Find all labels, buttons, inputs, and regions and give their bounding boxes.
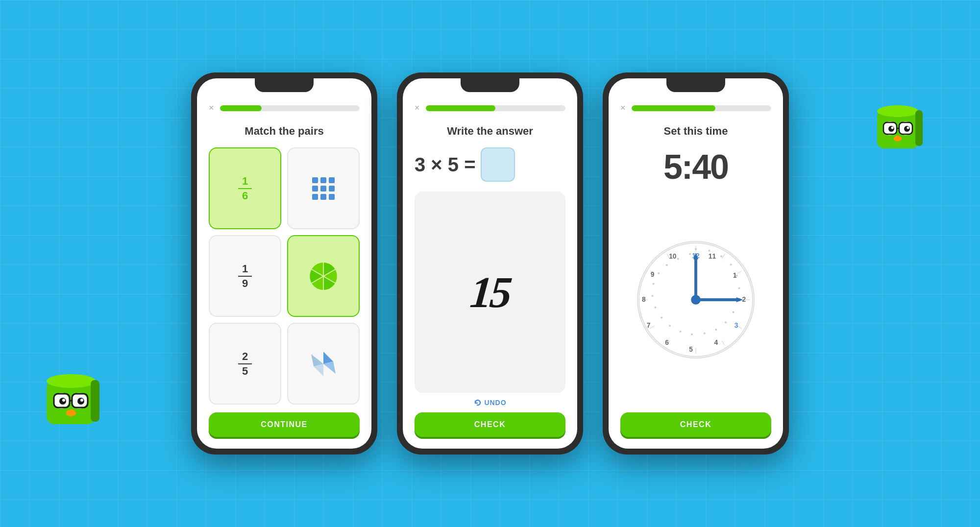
duolingo-cube-left-svg (39, 365, 103, 429)
undo-button[interactable]: UNDO (415, 399, 565, 407)
fraction-2-5: 2 5 (238, 351, 252, 377)
svg-point-81 (888, 126, 894, 132)
svg-point-83 (891, 127, 894, 129)
progress-bar-bg-2 (426, 105, 565, 111)
top-bar-2: × (415, 103, 565, 113)
svg-point-35 (654, 306, 656, 308)
pair-card-fraction-1-6[interactable]: 1 6 (209, 147, 281, 229)
close-button-1[interactable]: × (209, 103, 214, 113)
screen-3-title: Set this time (620, 125, 771, 138)
handwritten-answer: 15 (468, 267, 512, 317)
screen-3-content: × Set this time 5:40 (609, 78, 783, 449)
dot (312, 177, 318, 183)
clock-container: 12 1 2 3 4 5 6 7 8 9 10 11 (620, 194, 771, 405)
undo-label: UNDO (484, 399, 506, 407)
svg-point-71 (80, 399, 83, 402)
duolingo-cube-right-svg (872, 98, 926, 152)
svg-rect-75 (915, 110, 923, 146)
phone-1-screen: × Match the pairs 1 6 (197, 78, 371, 449)
svg-text:3: 3 (735, 322, 738, 329)
top-bar-3: × (620, 103, 771, 113)
svg-point-22 (720, 255, 722, 257)
phone-3-screen: × Set this time 5:40 (609, 78, 783, 449)
dot (329, 177, 335, 183)
phone-3: × Set this time 5:40 (603, 72, 789, 455)
svg-text:1: 1 (733, 271, 737, 279)
kite-icon (309, 349, 338, 379)
svg-point-23 (730, 264, 732, 265)
svg-point-20 (695, 248, 697, 250)
svg-point-29 (715, 329, 717, 331)
screen-1-title: Match the pairs (209, 125, 360, 138)
svg-point-31 (691, 333, 693, 335)
fraction-1-6: 1 6 (238, 176, 252, 201)
svg-point-84 (907, 127, 909, 129)
equation-row: 3 × 5 = (415, 147, 565, 182)
dot (329, 194, 335, 200)
svg-point-36 (652, 295, 654, 297)
svg-text:7: 7 (647, 322, 651, 329)
notch-3 (666, 78, 725, 92)
equation-text: 3 × 5 = (415, 154, 476, 176)
pie-chart-icon (309, 262, 338, 291)
svg-point-27 (733, 311, 735, 313)
check-button-3[interactable]: CHECK (620, 412, 771, 437)
close-button-3[interactable]: × (620, 103, 626, 113)
deco-cube-left (39, 365, 103, 429)
svg-point-70 (62, 399, 65, 402)
dot (320, 186, 326, 192)
svg-text:8: 8 (642, 295, 646, 303)
check-button-2[interactable]: CHECK (415, 412, 565, 437)
svg-text:5: 5 (689, 346, 693, 353)
svg-point-74 (877, 105, 918, 117)
pair-card-kite[interactable] (287, 323, 360, 405)
phone-2-screen: × Write the answer 3 × 5 = 15 UNDO (403, 78, 577, 449)
drawing-area[interactable]: 15 (415, 192, 565, 393)
svg-point-28 (725, 321, 727, 323)
dot (320, 194, 326, 200)
notch-2 (461, 78, 519, 92)
dot (312, 186, 318, 192)
progress-bar-fill-1 (220, 105, 262, 111)
pair-card-fraction-1-9[interactable]: 1 9 (209, 235, 281, 317)
progress-bar-bg-3 (632, 105, 771, 111)
grid-dots-icon (312, 177, 335, 200)
time-display: 5:40 (620, 147, 771, 187)
svg-point-38 (658, 272, 660, 274)
deco-cube-right (872, 98, 926, 152)
notch-1 (255, 78, 314, 92)
pair-card-pie[interactable] (287, 235, 360, 317)
svg-text:9: 9 (651, 270, 655, 278)
svg-point-72 (66, 409, 76, 416)
pair-card-fraction-2-5[interactable]: 2 5 (209, 323, 281, 405)
svg-point-33 (669, 325, 671, 327)
dot (312, 194, 318, 200)
answer-input-box[interactable] (481, 147, 515, 182)
undo-icon (473, 399, 481, 407)
svg-point-37 (653, 283, 655, 285)
svg-text:10: 10 (669, 253, 677, 260)
svg-point-21 (709, 249, 710, 251)
dot (329, 186, 335, 192)
svg-rect-62 (91, 380, 99, 422)
clock-svg: 12 1 2 3 4 5 6 7 8 9 10 11 (638, 241, 754, 359)
fraction-1-9: 1 9 (238, 264, 252, 289)
svg-point-34 (661, 316, 662, 318)
pair-card-grid-dots[interactable] (287, 147, 360, 229)
svg-point-59 (692, 296, 700, 304)
svg-text:2: 2 (742, 295, 746, 303)
svg-point-32 (680, 330, 682, 332)
svg-text:6: 6 (665, 339, 669, 346)
svg-text:4: 4 (714, 339, 718, 346)
svg-point-40 (677, 258, 679, 260)
close-button-2[interactable]: × (415, 103, 420, 113)
dot (320, 177, 326, 183)
clock-face[interactable]: 12 1 2 3 4 5 6 7 8 9 10 11 (637, 241, 755, 359)
continue-button[interactable]: CONTinUe (209, 412, 360, 437)
svg-point-82 (904, 126, 910, 132)
progress-bar-bg-1 (220, 105, 360, 111)
phone-2: × Write the answer 3 × 5 = 15 UNDO (397, 72, 583, 455)
svg-point-85 (894, 136, 902, 142)
top-bar-1: × (209, 103, 360, 113)
svg-point-61 (47, 374, 96, 388)
